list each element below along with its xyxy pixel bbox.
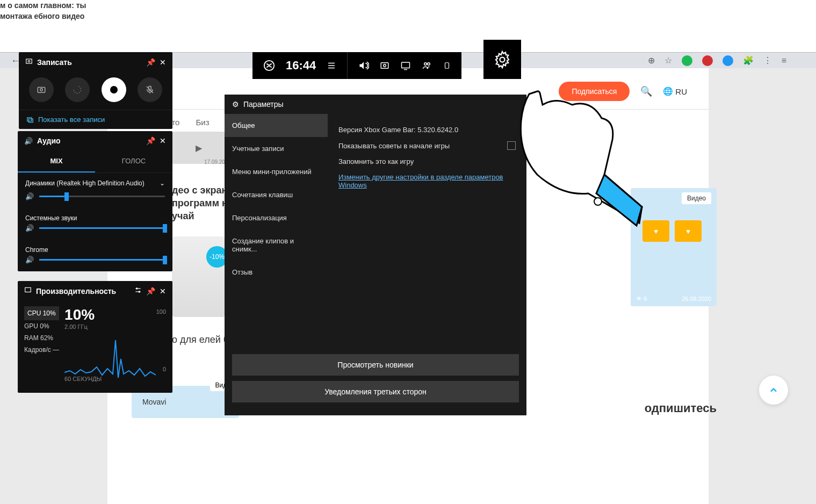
svg-point-5 (384, 64, 386, 67)
record-last-button[interactable] (65, 77, 90, 102)
show-tips-label: Показывать советы в начале игры (338, 142, 450, 150)
speaker-icon[interactable]: 🔊 (25, 256, 34, 264)
perf-scale-min: 0 (163, 366, 166, 372)
svg-rect-12 (26, 59, 32, 63)
perf-title: Производительность (36, 287, 116, 296)
svg-rect-19 (28, 119, 33, 122)
chevron-down-icon[interactable]: ⌄ (160, 179, 165, 187)
svg-rect-6 (402, 62, 410, 68)
stat-gpu[interactable]: GPU 0% (24, 320, 59, 332)
view-count: 9 (644, 296, 647, 302)
capture-widget: Записать 📌 ✕ Показать все записи (19, 52, 172, 129)
svg-point-23 (136, 288, 138, 289)
show-all-captures[interactable]: Показать все записи (19, 110, 172, 129)
pin-icon[interactable]: 📌 (146, 287, 155, 296)
tab-mix[interactable]: MIX (18, 150, 95, 172)
perf-graph (64, 332, 156, 380)
record-button[interactable] (102, 77, 126, 102)
subscribe-block: одпишитесь (645, 401, 717, 415)
adblock-icon[interactable] (702, 55, 713, 66)
stat-fps[interactable]: Кадров/с — (24, 344, 59, 356)
windows-settings-link[interactable]: Изменить другие настройки в разделе пара… (338, 173, 516, 189)
audio-title-icon: 🔊 (24, 137, 33, 145)
close-icon[interactable]: ✕ (160, 58, 166, 67)
xgb-top-toolbar: 16:44 (252, 52, 461, 79)
sys-sounds-label: Системные звуки (18, 208, 172, 222)
star-icon[interactable]: ☆ (665, 55, 672, 66)
perf-freq: 2.00 ГГц (64, 323, 166, 330)
video-card-right[interactable]: Видео ♥ ♥ 👁 9 26.08.2020 (631, 188, 717, 306)
nav-capturing[interactable]: Создание клипов и снимк... (225, 229, 328, 261)
social-icon[interactable] (422, 61, 432, 70)
search-icon[interactable]: 🔍 (640, 85, 652, 97)
system-volume-slider[interactable] (39, 227, 165, 229)
puzzle-icon[interactable]: 🧩 (743, 55, 754, 66)
settings-title: Параметры (243, 100, 284, 109)
close-icon[interactable]: ✕ (160, 136, 166, 145)
master-volume-slider[interactable] (39, 196, 165, 197)
nav-business[interactable]: Биз (196, 118, 209, 127)
promo-card: -10% (172, 236, 226, 317)
performance-widget: Производительность 📌 ✕ CPU 10% GPU 0% RA… (18, 281, 172, 393)
svg-point-15 (40, 89, 43, 91)
nav-shortcuts[interactable]: Сочетания клавиш (225, 183, 328, 206)
perf-timespan: 60 СЕКУНДЫ (64, 376, 102, 382)
xbox-icon[interactable] (263, 60, 275, 71)
mic-button[interactable] (138, 77, 162, 102)
third-party-notices-button[interactable]: Уведомления третьих сторон (232, 381, 519, 402)
svg-rect-4 (381, 63, 389, 69)
performance-icon[interactable] (400, 61, 411, 70)
nav-accounts[interactable]: Учетные записи (225, 137, 328, 160)
audio-icon[interactable] (358, 60, 369, 71)
zoom-icon[interactable]: ⊕ (648, 55, 655, 66)
perf-title-icon (24, 286, 32, 296)
view-news-button[interactable]: Просмотреть новинки (232, 354, 519, 376)
svg-point-13 (28, 60, 30, 62)
perf-main-value: 10% (64, 306, 95, 323)
xgb-clock: 16:44 (286, 59, 316, 73)
article-title-right: м о самом главном: ты монтажа ебного вид… (0, 0, 91, 21)
subscribe-button[interactable]: Подписаться (559, 82, 630, 101)
version-text: Версия Xbox Game Bar: 5.320.6242.0 (338, 126, 458, 134)
hamburger-icon[interactable]: ≡ (782, 56, 786, 66)
ext-green-icon[interactable] (682, 55, 692, 66)
screenshot-button[interactable] (29, 77, 54, 102)
show-tips-checkbox[interactable] (507, 141, 516, 150)
speaker-icon[interactable]: 🔊 (25, 192, 34, 200)
svg-point-0 (264, 61, 274, 70)
language-switcher[interactable]: 🌐 RU (663, 87, 687, 96)
capture-icon[interactable] (380, 61, 389, 70)
settings-nav: Общее Учетные записи Меню мини-приложени… (225, 114, 328, 347)
tab-voice[interactable]: ГОЛОС (95, 150, 172, 172)
svg-rect-18 (27, 117, 32, 120)
nav-personalization[interactable]: Персонализация (225, 206, 328, 229)
speaker-icon[interactable]: 🔊 (25, 224, 34, 232)
svg-rect-14 (38, 88, 45, 93)
nav-mini-apps[interactable]: Меню мини-приложений (225, 160, 328, 183)
xgb-settings-button[interactable] (483, 40, 521, 79)
svg-point-11 (500, 57, 505, 62)
output-device: Динамики (Realtek High Definition Audio) (25, 179, 145, 187)
nav-general[interactable]: Общее (225, 114, 328, 137)
nav-feedback[interactable]: Отзыв (225, 261, 328, 284)
chrome-volume-slider[interactable] (39, 259, 165, 261)
close-icon[interactable]: ✕ (160, 287, 166, 296)
stat-cpu[interactable]: CPU 10% (24, 306, 59, 320)
pin-icon[interactable]: 📌 (146, 136, 155, 145)
stat-ram[interactable]: RAM 62% (24, 332, 59, 344)
menu-icon[interactable]: ⋮ (763, 55, 772, 66)
svg-point-9 (428, 63, 430, 66)
list-icon[interactable] (327, 61, 336, 70)
browser-extension-tray: ⊕ ☆ 🧩 ⋮ ≡ (648, 55, 786, 66)
gear-icon (493, 50, 512, 69)
card-date: 26.08.2020 (682, 296, 711, 302)
widget-icon[interactable] (443, 60, 451, 71)
lang-code: RU (675, 87, 687, 96)
thumb-date-1: 17.09.20 (204, 159, 225, 165)
bottom-card-label: Movavi (142, 398, 166, 406)
options-icon[interactable] (134, 286, 142, 296)
gear-small-icon: ⚙ (232, 100, 239, 109)
pin-icon[interactable]: 📌 (146, 58, 155, 67)
scroll-top-button[interactable] (759, 376, 788, 405)
ext-blue-icon[interactable] (723, 55, 733, 66)
